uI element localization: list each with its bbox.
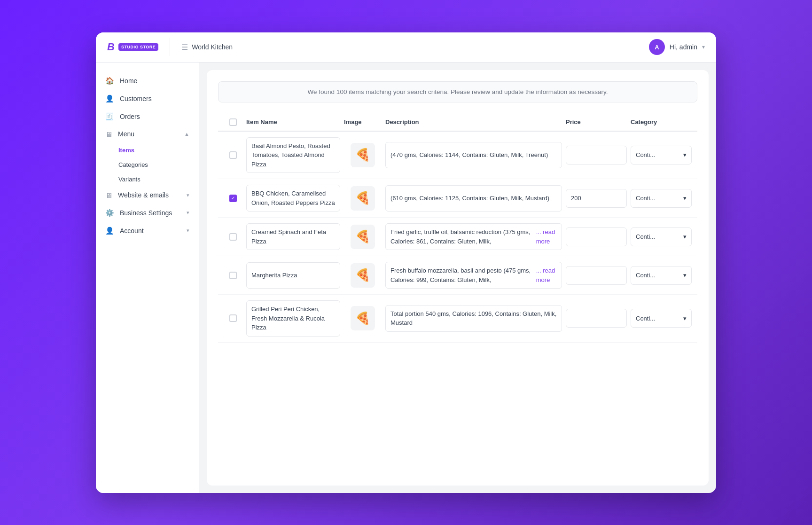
row-3-description: Fried garlic, truffle oil, balsamic redu… xyxy=(385,223,562,250)
row-4-name[interactable]: Margherita Pizza xyxy=(246,262,340,289)
sidebar-item-menu[interactable]: 🖥 Menu ▲ xyxy=(96,125,199,143)
sidebar-item-home[interactable]: 🏠 Home xyxy=(96,72,199,90)
row-1-category-chevron: ▾ xyxy=(683,151,687,158)
row-5-category[interactable]: Conti... ▾ xyxy=(631,309,692,328)
business-settings-label: Business Settings xyxy=(120,209,172,217)
row-2-category-chevron: ▾ xyxy=(683,195,687,202)
info-message: We found 100 items matching your search … xyxy=(308,88,608,95)
row-3-checkbox[interactable] xyxy=(229,233,237,241)
main-layout: 🏠 Home 👤 Customers 🧾 Orders 🖥 Menu ▲ Ite… xyxy=(96,63,716,493)
th-category: Category xyxy=(631,118,692,125)
table-row: Creamed Spinach and Feta Pizza 🍕 Fried g… xyxy=(218,218,697,256)
avatar[interactable]: A xyxy=(649,39,665,55)
row-4-category-chevron: ▾ xyxy=(683,272,687,279)
row-3-price[interactable] xyxy=(566,227,627,246)
th-description: Description xyxy=(385,118,562,125)
row-3-read-more[interactable]: ... read more xyxy=(536,227,557,246)
row-1-food-image: 🍕 xyxy=(351,143,375,167)
row-1-name[interactable]: Basil Almond Pesto, Roasted Tomatoes, To… xyxy=(246,137,340,173)
row-1-price[interactable] xyxy=(566,146,627,165)
logo-area: B STUDIO STORE xyxy=(107,41,158,53)
row-2-image-cell: 🍕 xyxy=(344,186,382,211)
store-name: World Kitchen xyxy=(192,43,233,51)
sidebar-menu-label: Menu xyxy=(118,130,134,138)
row-2-category-value: Conti... xyxy=(636,195,655,202)
table-row: ✓ BBQ Chicken, Caramelised Onion, Roaste… xyxy=(218,179,697,218)
row-1-category[interactable]: Conti... ▾ xyxy=(631,146,692,165)
header-left: B STUDIO STORE ☰ World Kitchen xyxy=(107,38,233,56)
customers-icon: 👤 xyxy=(105,94,114,103)
sidebar-item-orders[interactable]: 🧾 Orders xyxy=(96,108,199,125)
row-4-image-cell: 🍕 xyxy=(344,263,382,288)
row-2-checkbox[interactable]: ✓ xyxy=(229,195,237,202)
sidebar-sub-variants[interactable]: Variants xyxy=(96,172,199,187)
row-5-category-chevron: ▾ xyxy=(683,315,687,322)
info-banner: We found 100 items matching your search … xyxy=(218,81,697,102)
row-4-checkbox[interactable] xyxy=(229,272,237,279)
home-icon: 🏠 xyxy=(105,77,114,85)
header-divider xyxy=(170,38,170,56)
row-3-name[interactable]: Creamed Spinach and Feta Pizza xyxy=(246,223,340,250)
table-row: Grilled Peri Peri Chicken, Fresh Mozzare… xyxy=(218,295,697,343)
row-4-category[interactable]: Conti... ▾ xyxy=(631,266,692,285)
header-checkbox-cell xyxy=(224,118,242,126)
sidebar-customers-label: Customers xyxy=(120,95,152,102)
th-item-name: Item Name xyxy=(246,118,340,125)
th-price: Price xyxy=(566,118,627,125)
row-3-image-cell: 🍕 xyxy=(344,225,382,249)
row-2-price[interactable]: 200 xyxy=(566,189,627,208)
orders-icon: 🧾 xyxy=(105,112,114,121)
website-emails-label: Website & emails xyxy=(118,191,169,199)
row-4-price[interactable] xyxy=(566,266,627,285)
menu-chevron-icon: ▲ xyxy=(184,131,189,137)
row-3-food-image: 🍕 xyxy=(351,225,375,249)
row-5-description: Total portion 540 gms, Calories: 1096, C… xyxy=(385,305,562,332)
store-nav: ☰ World Kitchen xyxy=(181,43,233,52)
row-5-name[interactable]: Grilled Peri Peri Chicken, Fresh Mozzare… xyxy=(246,300,340,337)
website-icon: 🖥 xyxy=(105,191,112,199)
website-chevron-icon: ▾ xyxy=(187,192,189,198)
sidebar-sub-categories[interactable]: Categories xyxy=(96,157,199,172)
row-4-read-more[interactable]: ... read more xyxy=(536,266,557,284)
account-chevron-icon: ▾ xyxy=(187,227,189,234)
row-3-category[interactable]: Conti... ▾ xyxy=(631,227,692,246)
row-5-image-cell: 🍕 xyxy=(344,306,382,330)
row-4-category-value: Conti... xyxy=(636,272,655,279)
sidebar-item-customers[interactable]: 👤 Customers xyxy=(96,90,199,108)
sidebar-item-account[interactable]: 👤 Account ▾ xyxy=(96,222,199,240)
row-3-category-chevron: ▾ xyxy=(683,233,687,240)
row-5-category-value: Conti... xyxy=(636,315,655,322)
row-2-category[interactable]: Conti... ▾ xyxy=(631,189,692,208)
sidebar-item-business-settings[interactable]: ⚙️ Business Settings ▾ xyxy=(96,204,199,222)
row-2-checkbox-cell: ✓ xyxy=(224,195,242,202)
table-header-row: Item Name Image Description Price Catego… xyxy=(218,114,697,132)
row-5-food-image: 🍕 xyxy=(351,306,375,330)
sidebar-home-label: Home xyxy=(120,77,137,85)
row-2-food-image: 🍕 xyxy=(351,186,375,211)
row-5-price[interactable] xyxy=(566,309,627,328)
top-header: B STUDIO STORE ☰ World Kitchen A Hi, adm… xyxy=(96,32,716,63)
hamburger-icon[interactable]: ☰ xyxy=(181,43,188,52)
items-table: Item Name Image Description Price Catego… xyxy=(218,114,697,343)
menu-icon: 🖥 xyxy=(105,130,112,138)
row-1-description: (470 gms, Calories: 1144, Contains: Glut… xyxy=(385,142,562,168)
row-1-checkbox[interactable] xyxy=(229,151,237,159)
row-4-desc-text: Fresh buffalo mozzarella, basil and pest… xyxy=(390,266,536,284)
chevron-down-icon[interactable]: ▾ xyxy=(702,44,705,50)
row-1-checkbox-cell xyxy=(224,151,242,159)
account-icon: 👤 xyxy=(105,227,114,235)
settings-icon: ⚙️ xyxy=(105,209,114,217)
settings-chevron-icon: ▾ xyxy=(187,210,189,216)
account-label: Account xyxy=(120,227,144,235)
select-all-checkbox[interactable] xyxy=(229,118,237,126)
row-1-category-value: Conti... xyxy=(636,151,655,158)
row-2-description: (610 gms, Calories: 1125, Contains: Glut… xyxy=(385,185,562,212)
app-container: B STUDIO STORE ☰ World Kitchen A Hi, adm… xyxy=(96,32,716,493)
sidebar-sub-items[interactable]: Items xyxy=(96,143,199,157)
sidebar-orders-label: Orders xyxy=(120,113,140,120)
admin-label: Hi, admin xyxy=(670,43,697,51)
sidebar-item-website-emails[interactable]: 🖥 Website & emails ▾ xyxy=(96,187,199,204)
row-5-checkbox[interactable] xyxy=(229,314,237,322)
row-2-name[interactable]: BBQ Chicken, Caramelised Onion, Roasted … xyxy=(246,185,340,212)
row-4-checkbox-cell xyxy=(224,272,242,279)
